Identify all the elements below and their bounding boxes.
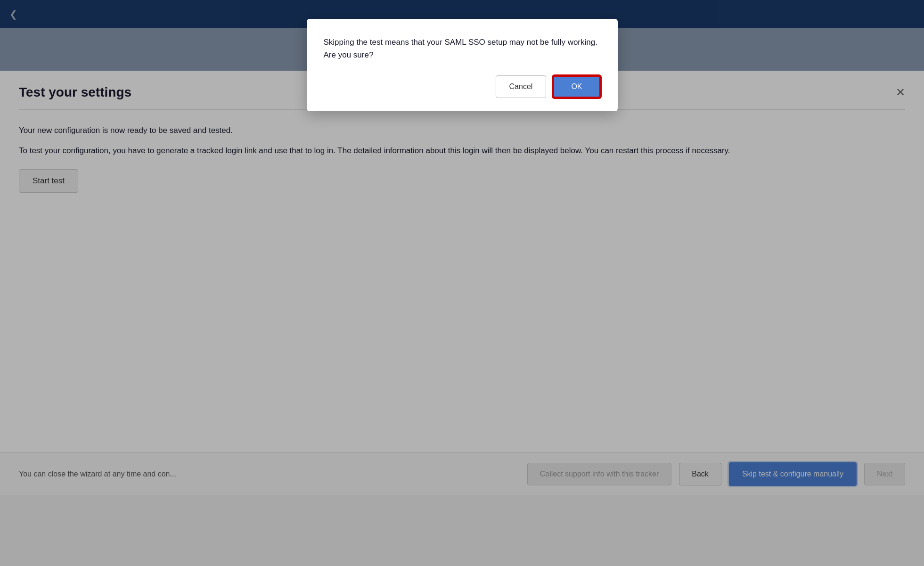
modal-buttons: Cancel OK (324, 75, 601, 98)
modal-message: Skipping the test means that your SAML S… (324, 36, 601, 61)
modal-overlay: Skipping the test means that your SAML S… (0, 0, 924, 566)
modal-dialog: Skipping the test means that your SAML S… (307, 19, 618, 111)
modal-ok-button[interactable]: OK (553, 75, 600, 98)
modal-cancel-button[interactable]: Cancel (496, 75, 547, 98)
